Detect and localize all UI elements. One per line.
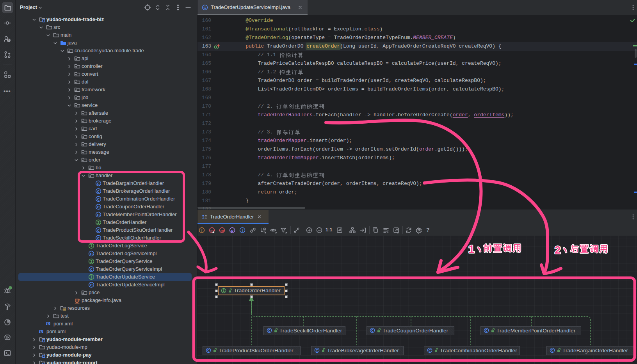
svg-text:C: C xyxy=(485,328,488,332)
svg-text:C: C xyxy=(316,348,318,352)
svg-text:C: C xyxy=(429,348,431,352)
svg-text:C: C xyxy=(371,328,374,332)
svg-text:C: C xyxy=(268,328,270,332)
svg-text:C: C xyxy=(551,348,553,352)
svg-text:C: C xyxy=(207,348,210,352)
